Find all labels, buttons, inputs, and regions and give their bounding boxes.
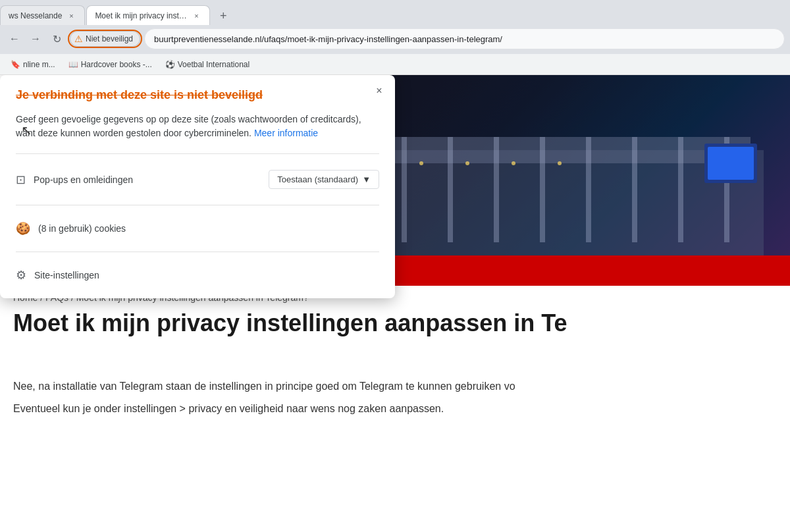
- bookmark-3-label: Voetbal International: [178, 60, 250, 69]
- nav-buttons: ← → ↻: [5, 30, 66, 48]
- tab-1-close[interactable]: ×: [66, 11, 76, 21]
- svg-rect-8: [632, 137, 637, 242]
- tab-2-title: Moet ik mijn privacy instellingen: [95, 11, 187, 20]
- svg-rect-9: [678, 137, 683, 242]
- back-button[interactable]: ←: [5, 30, 24, 48]
- popup-select-popups-value: Toestaan (standaard): [277, 174, 358, 184]
- tab-1[interactable]: ws Nesselande ×: [0, 5, 85, 25]
- bookmark-3[interactable]: ⚽ Voetbal International: [160, 58, 255, 71]
- svg-rect-4: [448, 137, 453, 242]
- popup-select-popups[interactable]: Toestaan (standaard) ▼: [269, 170, 379, 189]
- bookmark-2[interactable]: 📖 Hardcover books -...: [63, 58, 157, 71]
- security-popup: × Je verbinding met deze site is niet be…: [0, 75, 395, 298]
- page-heading: Moet ik mijn privacy instellingen aanpas…: [13, 309, 777, 337]
- popup-row-cookies[interactable]: 🍪 (8 in gebruik) cookies: [16, 216, 379, 241]
- building-svg: [362, 111, 790, 255]
- security-badge-label: Niet beveiligd: [86, 34, 133, 43]
- popup-row-settings[interactable]: ⚙ Site-instellingen: [16, 263, 379, 288]
- svg-rect-3: [402, 137, 407, 242]
- svg-point-12: [465, 161, 469, 165]
- popup-more-info-link[interactable]: Meer informatie: [254, 128, 318, 138]
- warning-icon: ⚠: [74, 34, 83, 44]
- popup-row-cookies-label: (8 in gebruik) cookies: [38, 223, 126, 234]
- body-line-2: Eventueel kun je onder instellingen > pr…: [13, 400, 777, 417]
- tab-bar: ws Nesselande × Moet ik mijn privacy ins…: [0, 0, 790, 25]
- popup-row-cookies-left: 🍪 (8 in gebruik) cookies: [16, 221, 126, 236]
- svg-rect-6: [540, 137, 545, 242]
- new-tab-button[interactable]: +: [214, 7, 232, 25]
- page-body: Nee, na installatie van Telegram staan d…: [13, 378, 777, 417]
- popup-row-popups-label: Pop-ups en omleidingen: [34, 174, 133, 185]
- bookmark-2-label: Hardcover books -...: [81, 60, 152, 69]
- bookmark-1[interactable]: 🔖 nline m...: [5, 58, 61, 71]
- svg-point-13: [512, 161, 515, 165]
- bookmark-1-label: nline m...: [23, 60, 55, 69]
- popup-close-button[interactable]: ×: [371, 83, 387, 99]
- refresh-button[interactable]: ↻: [47, 30, 66, 48]
- browser-chrome: ws Nesselande × Moet ik mijn privacy ins…: [0, 0, 790, 75]
- bookmarks-bar: 🔖 nline m... 📖 Hardcover books -... ⚽ Vo…: [0, 54, 790, 75]
- tab-2-close[interactable]: ×: [191, 11, 201, 21]
- popup-title: Je verbinding met deze site is niet beve…: [16, 88, 379, 102]
- security-badge[interactable]: ⚠ Niet beveiligd: [70, 31, 140, 47]
- cookies-icon: 🍪: [16, 221, 30, 236]
- forward-button[interactable]: →: [26, 30, 45, 48]
- popup-row-popups: ⊡ Pop-ups en omleidingen Toestaan (stand…: [16, 165, 379, 194]
- bookmark-1-icon: 🔖: [11, 60, 20, 69]
- address-bar: ← → ↻ ⚠ Niet beveiligd buurtpreventienes…: [0, 25, 790, 54]
- svg-point-14: [558, 161, 562, 165]
- svg-point-11: [419, 161, 423, 165]
- content-area: WIJKKAART DIEFSTAL & INBRAAK GEVONDE Hom…: [0, 75, 790, 532]
- popup-select-popups-arrow: ▼: [362, 174, 371, 184]
- popup-row-settings-left: ⚙ Site-instellingen: [16, 268, 99, 282]
- popup-divider-2: [16, 205, 379, 205]
- bookmark-2-icon: 📖: [68, 60, 78, 69]
- svg-rect-7: [586, 137, 591, 242]
- popup-row-settings-label: Site-instellingen: [34, 270, 99, 280]
- body-line-1: Nee, na installatie van Telegram staan d…: [13, 378, 777, 395]
- url-text: buurtpreventienesselande.nl/ufaqs/moet-i…: [154, 34, 502, 44]
- popup-row-popups-icon: ⊡: [16, 173, 26, 187]
- settings-icon: ⚙: [16, 268, 26, 282]
- bookmark-3-icon: ⚽: [165, 60, 175, 69]
- url-bar[interactable]: buurtpreventienesselande.nl/ufaqs/moet-i…: [144, 28, 785, 49]
- svg-rect-5: [494, 137, 499, 242]
- popup-row-popups-left: ⊡ Pop-ups en omleidingen: [16, 173, 133, 187]
- popup-divider-3: [16, 252, 379, 252]
- tab-1-title: ws Nesselande: [9, 11, 62, 20]
- hero-section: [362, 75, 790, 286]
- svg-rect-16: [708, 147, 754, 180]
- popup-description: Geef geen gevoelige gegevens op op deze …: [16, 113, 379, 140]
- tab-2[interactable]: Moet ik mijn privacy instellingen ×: [86, 5, 210, 25]
- popup-divider-1: [16, 153, 379, 154]
